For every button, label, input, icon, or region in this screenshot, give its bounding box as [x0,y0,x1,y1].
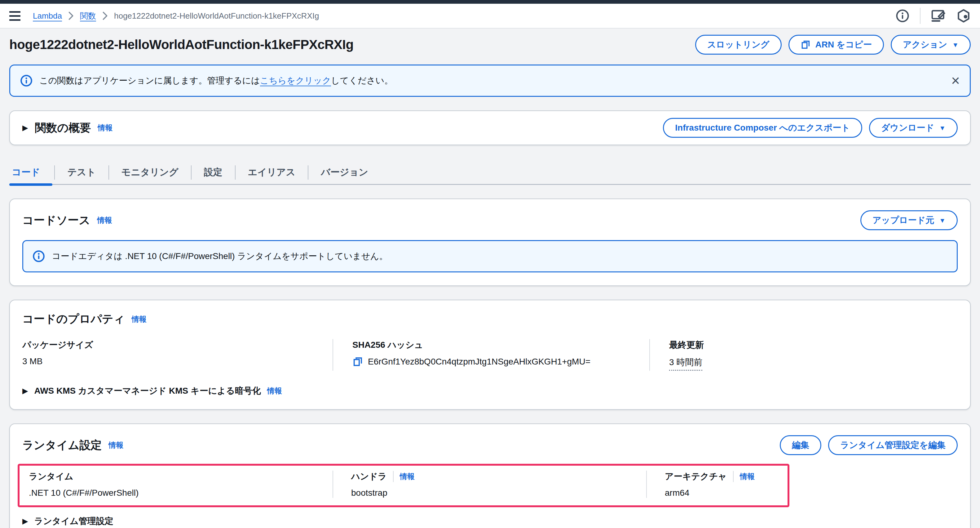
overview-info-link[interactable]: 情報 [98,123,113,133]
actions-dropdown-button[interactable]: アクション ▼ [891,35,971,54]
chevron-right-icon [68,11,74,20]
page-header: hoge1222dotnet2-HelloWorldAotFunction-k1… [9,35,971,54]
kms-encryption-expander[interactable]: ▶ AWS KMS カスタマーマネージド KMS キーによる暗号化 情報 [22,385,958,397]
runtime-value: .NET 10 (C#/F#/PowerShell) [29,488,332,498]
package-size-field: パッケージサイズ 3 MB [22,339,332,371]
tab-versions[interactable]: バージョン [309,161,380,184]
runtime-field: ランタイム .NET 10 (C#/F#/PowerShell) [19,471,332,498]
handler-value: bootstrap [351,488,646,498]
runtime-settings-section: ランタイム設定 情報 編集 ランタイム管理設定を編集 ランタイム .NET 10… [9,423,971,528]
throttling-button[interactable]: スロットリング [695,35,782,54]
label-divider [393,471,394,482]
tab-monitoring[interactable]: モニタリング [109,161,191,184]
package-size-value: 3 MB [22,356,332,366]
runtime-label: ランタイム [29,471,332,482]
breadcrumb-lambda-link[interactable]: Lambda [33,11,62,21]
last-update-value[interactable]: 3 時間前 [669,356,702,371]
editor-unsupported-notice: コードエディタは .NET 10 (C#/F#/PowerShell) ランタイ… [22,240,958,273]
expand-caret-icon[interactable]: ▶ [22,123,28,132]
chevron-down-icon: ▼ [939,217,946,224]
architecture-value: arm64 [665,488,788,498]
copy-icon [800,40,810,49]
chevron-down-icon: ▼ [939,125,946,131]
page-actions: スロットリング ARN をコピー アクション ▼ [695,35,971,54]
last-update-field: 最終更新 3 時間前 [649,339,958,371]
topbar-utilities [896,8,971,24]
breadcrumb-functions-link[interactable]: 関数 [80,11,96,21]
breadcrumb-current: hoge1222dotnet2-HelloWorldAotFunction-k1… [114,11,319,21]
banner-text: この関数はアプリケーションに属します。管理するにはこちらをクリックしてください。 [39,75,944,86]
tab-configuration[interactable]: 設定 [191,161,235,184]
tab-aliases[interactable]: エイリアス [235,161,308,184]
upload-from-dropdown-button[interactable]: アップロード元 ▼ [861,211,958,230]
runtime-highlight-annotation: ランタイム .NET 10 (C#/F#/PowerShell) ハンドラ 情報… [18,464,789,507]
edit-runtime-management-button[interactable]: ランタイム管理設定を編集 [828,435,958,455]
chevron-right-icon [102,11,108,20]
runtime-management-expander[interactable]: ▶ ランタイム管理設定 [22,515,958,527]
click-here-link[interactable]: こちらをクリック [260,76,331,85]
notice-text: コードエディタは .NET 10 (C#/F#/PowerShell) ランタイ… [52,250,388,262]
kms-info-link[interactable]: 情報 [267,386,282,396]
runtime-settings-title: ランタイム設定 [22,438,102,453]
label-divider [733,471,733,482]
kms-expander-label: AWS KMS カスタマーマネージド KMS キーによる暗号化 [34,385,261,397]
breadcrumb: Lambda 関数 hoge1222dotnet2-HelloWorldAotF… [33,11,319,21]
runtime-management-expander-label: ランタイム管理設定 [34,515,113,527]
chevron-down-icon: ▼ [952,41,959,48]
copy-arn-button[interactable]: ARN をコピー [789,35,884,54]
last-update-label: 最終更新 [669,339,958,351]
console-top-strip [0,0,980,4]
application-info-banner: この関数はアプリケーションに属します。管理するにはこちらをクリックしてください。… [9,65,971,97]
cloudshell-icon[interactable] [931,9,946,22]
main-content: hoge1222dotnet2-HelloWorldAotFunction-k1… [0,35,980,528]
runtime-settings-info-link[interactable]: 情報 [108,440,123,450]
expand-caret-icon: ▶ [22,517,28,525]
function-overview-section: ▶ 関数の概要 情報 Infrastructure Composer へのエクス… [9,110,971,145]
code-source-section: コードソース 情報 アップロード元 ▼ コードエディタは .NET 10 (C#… [9,199,971,286]
architecture-field: アーキテクチャ 情報 arm64 [646,471,788,498]
topbar-divider [920,8,921,24]
lambda-function-page: Lambda 関数 hoge1222dotnet2-HelloWorldAotF… [0,0,980,528]
code-properties-title: コードのプロパティ [22,311,125,327]
architecture-info-link[interactable]: 情報 [740,472,755,482]
edit-runtime-button[interactable]: 編集 [780,435,821,455]
info-panel-icon[interactable] [896,9,909,22]
hamburger-menu-icon[interactable] [9,11,21,21]
code-source-info-link[interactable]: 情報 [97,215,112,225]
info-icon [33,250,45,262]
sha256-label: SHA256 ハッシュ [352,339,649,351]
download-dropdown-button[interactable]: ダウンロード ▼ [869,118,958,138]
copy-icon[interactable] [352,356,363,367]
package-size-label: パッケージサイズ [22,339,332,351]
function-tabs: コード テスト モニタリング 設定 エイリアス バージョン [9,161,971,185]
tab-code[interactable]: コード [9,161,54,184]
code-properties-section: コードのプロパティ 情報 パッケージサイズ 3 MB SHA256 ハッシュ E… [9,300,971,410]
code-properties-grid: パッケージサイズ 3 MB SHA256 ハッシュ E6rGnf1Yez8bQ0… [22,339,958,371]
amazon-q-icon[interactable] [956,9,971,23]
breadcrumb-bar: Lambda 関数 hoge1222dotnet2-HelloWorldAotF… [0,4,980,29]
overview-title: 関数の概要 [35,120,91,136]
info-icon [20,75,33,87]
handler-info-link[interactable]: 情報 [400,472,415,482]
sha256-field: SHA256 ハッシュ E6rGnf1Yez8bQ0Cn4qtzpmJtg1NS… [332,339,649,371]
close-icon[interactable]: × [951,73,960,88]
handler-field: ハンドラ 情報 bootstrap [332,471,646,498]
tab-test[interactable]: テスト [55,161,108,184]
handler-label: ハンドラ [351,471,387,482]
code-properties-info-link[interactable]: 情報 [132,314,146,324]
architecture-label: アーキテクチャ [665,471,727,482]
page-title: hoge1222dotnet2-HelloWorldAotFunction-k1… [9,37,354,52]
export-composer-button[interactable]: Infrastructure Composer へのエクスポート [663,118,862,138]
code-source-title: コードソース [22,213,90,228]
sha256-value: E6rGnf1Yez8bQ0Cn4qtzpmJtg1NSgeAHlxGKGH1+… [368,357,590,367]
expand-caret-icon: ▶ [22,386,28,395]
